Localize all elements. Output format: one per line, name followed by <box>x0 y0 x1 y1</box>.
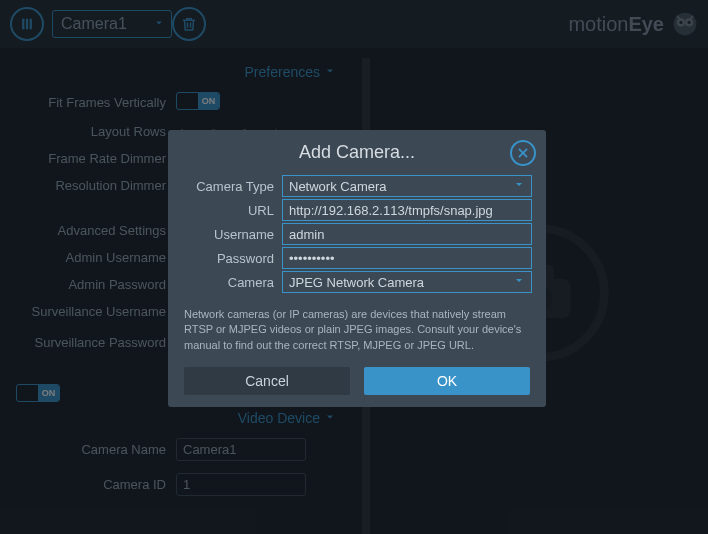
chevron-down-icon <box>513 275 525 290</box>
add-camera-modal: Add Camera... Camera Type Network Camera… <box>168 130 546 407</box>
url-input[interactable] <box>282 199 532 221</box>
ok-button[interactable]: OK <box>364 367 530 395</box>
modal-help-text: Network cameras (or IP cameras) are devi… <box>168 295 546 361</box>
username-input[interactable] <box>282 223 532 245</box>
camera-select[interactable]: JPEG Network Camera <box>282 271 532 293</box>
chevron-down-icon <box>513 179 525 194</box>
url-label: URL <box>182 203 282 218</box>
camera-type-select[interactable]: Network Camera <box>282 175 532 197</box>
cancel-button[interactable]: Cancel <box>184 367 350 395</box>
camera-type-label: Camera Type <box>182 179 282 194</box>
username-label: Username <box>182 227 282 242</box>
password-label: Password <box>182 251 282 266</box>
modal-title: Add Camera... <box>299 142 415 162</box>
close-button[interactable] <box>510 140 536 166</box>
camera-label: Camera <box>182 275 282 290</box>
close-icon <box>516 146 530 160</box>
password-input[interactable] <box>282 247 532 269</box>
